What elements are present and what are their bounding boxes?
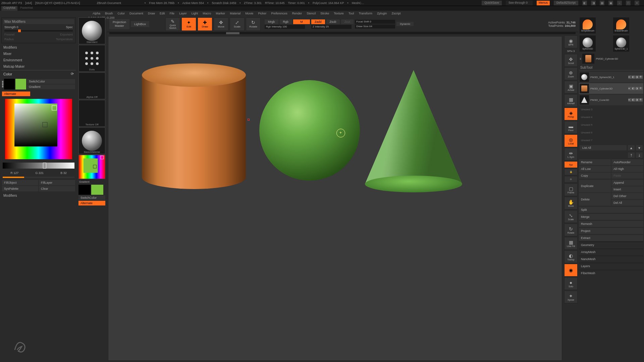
- dynamic-button[interactable]: Dynamic: [396, 22, 414, 26]
- rail-scale-button[interactable]: ⤡Scale: [564, 210, 578, 223]
- r-value[interactable]: R 127: [10, 171, 18, 175]
- transp-button[interactable]: ◐Transp: [564, 250, 578, 263]
- extract-section[interactable]: Extract: [579, 235, 643, 241]
- menu-brush[interactable]: Brush: [104, 12, 114, 15]
- matcap-maker-section[interactable]: Matcap Maker: [1, 64, 76, 69]
- solo-button[interactable]: ●Solo: [564, 277, 578, 290]
- move-up-button[interactable]: ▲: [628, 145, 635, 150]
- menu-preferences[interactable]: Preferences: [270, 12, 289, 15]
- layers-section[interactable]: Layers: [579, 263, 643, 269]
- floor-button[interactable]: ▬Floor: [564, 121, 578, 134]
- color-picker[interactable]: [5, 99, 72, 159]
- auto-reorder-button[interactable]: AutoReorder: [611, 159, 643, 165]
- menu-color[interactable]: Color: [116, 12, 126, 15]
- pin-up-button[interactable]: ⤒: [628, 153, 635, 158]
- xyz-button[interactable]: Xyz: [564, 161, 578, 168]
- window-btn-4[interactable]: ▣: [608, 1, 613, 5]
- menu-alpha[interactable]: Alpha: [91, 12, 102, 15]
- zadd-button[interactable]: Zadd: [311, 19, 325, 24]
- copymat-button[interactable]: CopyMat: [1, 6, 17, 11]
- focal-shift-slider[interactable]: Focal Shift 0: [355, 20, 395, 24]
- rename-button[interactable]: Rename: [579, 159, 611, 165]
- move-button[interactable]: ✥Move: [214, 17, 228, 31]
- geometry-section[interactable]: Geometry: [579, 242, 643, 248]
- menu-zscript[interactable]: Zscript: [390, 12, 402, 15]
- subtool-header[interactable]: SubTool: [579, 65, 643, 70]
- scale-button[interactable]: ⤢Scale: [230, 17, 245, 31]
- merge-section[interactable]: Merge: [579, 214, 643, 220]
- simple-brush-thumb[interactable]: SimpleBrush: [580, 17, 596, 34]
- ghost-button[interactable]: ◉: [564, 264, 578, 277]
- projection-master-button[interactable]: Projection Master: [109, 19, 129, 29]
- actual-button[interactable]: ▣Actual: [564, 81, 578, 94]
- scroll-button[interactable]: ✥Scroll: [564, 54, 578, 67]
- project-section[interactable]: Project: [579, 228, 643, 234]
- z-intensity-slider[interactable]: Z Intensity 25: [311, 25, 352, 29]
- menu-tool[interactable]: Tool: [347, 12, 356, 15]
- menu-light[interactable]: Light: [190, 12, 200, 15]
- rgb-button[interactable]: Rgb: [280, 19, 292, 24]
- menu-draw[interactable]: Draw: [147, 12, 156, 15]
- lsym-button[interactable]: ⇹L.Sym: [564, 148, 578, 161]
- arraymesh-section[interactable]: ArrayMesh: [579, 249, 643, 255]
- menu-material[interactable]: Material: [228, 12, 242, 15]
- insert-button[interactable]: Insert: [611, 186, 643, 192]
- g-value[interactable]: G 221: [35, 171, 44, 175]
- close-button[interactable]: ×: [635, 1, 639, 5]
- polyf-button[interactable]: ▦Line Fill: [564, 237, 578, 250]
- zoom-button[interactable]: ⊕Zoom: [564, 67, 578, 80]
- rail-rotate-button[interactable]: ↻Rotate: [564, 224, 578, 236]
- edit-button[interactable]: ✦Edit: [181, 17, 196, 31]
- seethrough-slider[interactable]: See-through 0: [506, 1, 533, 5]
- rotate-button[interactable]: ↻Rotate: [246, 17, 261, 31]
- append-button[interactable]: Append: [611, 180, 643, 186]
- lightbox-button[interactable]: LightBox: [131, 21, 149, 27]
- mini-switch-color[interactable]: SwitchColor: [78, 195, 105, 200]
- window-btn-1[interactable]: ◧: [582, 1, 587, 5]
- modifiers2-section[interactable]: Modifiers: [1, 193, 76, 198]
- material-slot[interactable]: BasicMaterial: [78, 127, 105, 154]
- paste-button[interactable]: Paste: [611, 173, 643, 179]
- quick-sketch-button[interactable]: ✎Quick Sketch: [165, 17, 180, 31]
- aahalf-button[interactable]: ▦AAHalf: [564, 94, 578, 107]
- window-btn-3[interactable]: ▦: [600, 1, 604, 5]
- subtool-cylinder[interactable]: PM3D_Cylinder3D ●◐◑👁: [579, 83, 643, 94]
- spix-value[interactable]: SPix 3: [564, 49, 578, 53]
- timeline-scrub[interactable]: [109, 32, 576, 34]
- del-other-button[interactable]: Del Other: [611, 193, 643, 199]
- switch-color-button[interactable]: SwitchColor: [27, 79, 75, 84]
- vis-icon[interactable]: 👁: [639, 75, 643, 79]
- fibermesh-section[interactable]: FiberMesh: [579, 270, 643, 276]
- menu-marker[interactable]: Marker: [214, 12, 226, 15]
- menu-render[interactable]: Render: [291, 12, 304, 15]
- mini-secondary[interactable]: [78, 185, 91, 195]
- brush-standard[interactable]: Standard: [78, 17, 105, 44]
- viewport[interactable]: [108, 36, 562, 361]
- subtool-cone[interactable]: PM3D_Cone3D ●◐◑👁: [579, 95, 643, 105]
- menu-zplugin[interactable]: Zplugin: [376, 12, 388, 15]
- frame-button[interactable]: ▢Frame: [564, 183, 578, 196]
- menu-layer[interactable]: Layer: [178, 12, 188, 15]
- local-button[interactable]: ◎Local: [564, 134, 578, 147]
- rgb-intensity-slider[interactable]: Rgb Intensity 100: [265, 25, 305, 29]
- m-button[interactable]: M: [293, 19, 310, 24]
- menu-movie[interactable]: Movie: [244, 12, 255, 15]
- alternate-button[interactable]: Alternate: [2, 92, 30, 96]
- draw-button[interactable]: ✚Draw: [198, 17, 212, 31]
- menu-edit[interactable]: Edit: [158, 12, 166, 15]
- modifiers-section[interactable]: Modifiers: [1, 45, 76, 50]
- menu-transform[interactable]: Transform: [357, 12, 374, 15]
- mrgb-button[interactable]: Mrgb: [265, 19, 278, 24]
- menus-button[interactable]: Menus: [537, 1, 550, 5]
- all-high-button[interactable]: All High: [611, 166, 643, 172]
- grayscale-slider[interactable]: [3, 163, 74, 169]
- menu-macro[interactable]: Macro: [201, 12, 212, 15]
- move-down-button[interactable]: ▼: [636, 145, 643, 150]
- zcut-button[interactable]: Zcut: [341, 19, 354, 24]
- gradient-button[interactable]: Gradient: [27, 84, 75, 89]
- stroke-dots[interactable]: Dots: [78, 45, 105, 72]
- list-all-button[interactable]: List All: [580, 145, 627, 150]
- sphere-object[interactable]: [259, 80, 360, 181]
- draw-size-slider[interactable]: Draw Size 64: [355, 24, 395, 28]
- menu-document[interactable]: Document: [128, 12, 145, 15]
